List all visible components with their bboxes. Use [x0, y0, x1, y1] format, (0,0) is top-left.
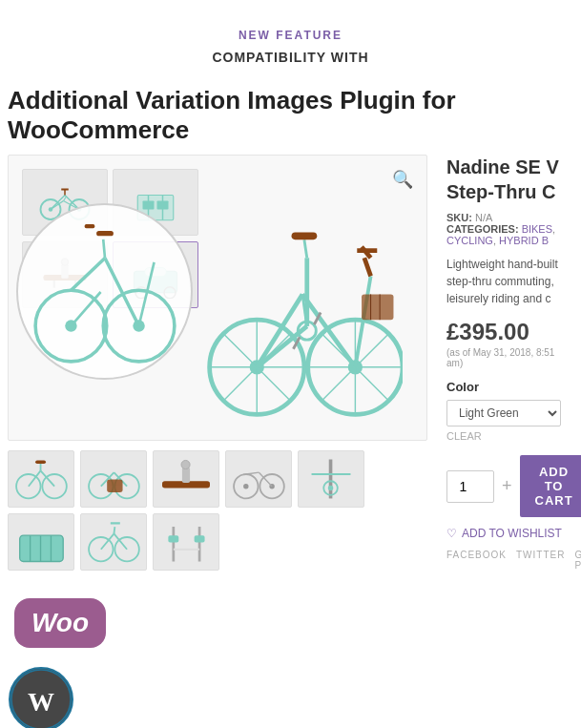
plugin-title: Additional Variation Images Plugin for W… [0, 86, 581, 145]
product-price: £395.00 [446, 319, 573, 345]
woocommerce-logo: Woo [8, 590, 113, 656]
wishlist-button[interactable]: ♡ ADD TO WISHLIST [446, 527, 573, 540]
color-select[interactable]: Light Green [446, 400, 561, 426]
svg-line-68 [71, 292, 100, 326]
svg-line-105 [114, 527, 114, 533]
svg-line-35 [223, 367, 257, 401]
product-info-panel: Nadine SE V Step-Thru C SKU: N/A CATEGOR… [443, 155, 573, 571]
add-to-cart-row: + ADD TO CART [446, 455, 573, 517]
bottom-thumbnails-row2 [8, 513, 427, 571]
logos-section: Woo W [0, 571, 581, 728]
svg-text:W: W [28, 687, 54, 717]
wordpress-logo: W [8, 666, 74, 728]
compatibility-label: COMPATIBILITY WITH [19, 50, 562, 65]
svg-line-43 [322, 367, 355, 401]
page-wrapper: NEW FEATURE COMPATIBILITY WITH Additiona… [0, 0, 581, 728]
svg-rect-97 [20, 536, 63, 562]
svg-point-96 [328, 486, 333, 490]
bottom-thumb-3[interactable] [153, 450, 219, 508]
zoom-circle-overlay [16, 203, 193, 380]
top-section: NEW FEATURE COMPATIBILITY WITH [0, 0, 581, 74]
product-title: Nadine SE V Step-Thru C [446, 155, 573, 204]
svg-point-102 [114, 537, 138, 561]
svg-rect-59 [362, 295, 393, 321]
svg-rect-83 [107, 480, 122, 493]
gallery-container: 🔍 [8, 155, 427, 441]
svg-rect-15 [157, 201, 169, 210]
svg-line-33 [223, 334, 257, 367]
woo-text: Woo [31, 608, 89, 638]
categories-label: CATEGORIES: [446, 223, 519, 235]
svg-line-54 [304, 240, 307, 259]
zoom-icon[interactable]: 🔍 [392, 169, 413, 190]
svg-rect-71 [96, 231, 114, 236]
category-cycling[interactable]: CYCLING [446, 235, 493, 246]
sku-value: N/A [475, 212, 492, 223]
google-plus-link[interactable]: GOOGLE PL [574, 550, 581, 571]
heart-icon: ♡ [446, 527, 457, 540]
svg-line-45 [257, 295, 302, 367]
main-content: 🔍 [0, 145, 581, 571]
main-product-image [197, 175, 407, 432]
product-meta: SKU: N/A CATEGORIES: BIKES, CYCLING, HYB… [446, 212, 573, 246]
woo-badge: Woo [14, 598, 106, 648]
color-label: Color [446, 380, 573, 394]
svg-line-66 [71, 258, 105, 290]
bottom-thumb-5[interactable] [298, 450, 364, 508]
bottom-thumb-1[interactable] [8, 450, 74, 508]
product-description: Lightweight hand-built step-thru commuti… [446, 256, 573, 307]
price-note: (as of May 31, 2018, 8:51 am) [446, 347, 573, 368]
svg-rect-109 [168, 536, 178, 543]
category-bikes[interactable]: BIKES [522, 223, 552, 235]
quantity-input[interactable] [446, 470, 494, 503]
social-links: FACEBOOK TWITTER GOOGLE PL [446, 550, 573, 571]
twitter-link[interactable]: TWITTER [516, 550, 565, 571]
bottom-thumbnails-row1 [8, 450, 427, 508]
category-hybrid[interactable]: HYBRID B [499, 235, 549, 246]
facebook-link[interactable]: FACEBOOK [446, 550, 507, 571]
svg-rect-110 [195, 536, 205, 543]
bottom-thumb-7[interactable] [80, 513, 147, 571]
sku-label: SKU: [446, 212, 472, 223]
svg-rect-85 [182, 468, 190, 483]
svg-rect-72 [84, 224, 94, 228]
bottom-thumb-2[interactable] [80, 450, 147, 508]
wishlist-label: ADD TO WISHLIST [462, 527, 562, 540]
svg-rect-78 [35, 461, 46, 465]
qty-plus-icon[interactable]: + [502, 476, 512, 496]
svg-line-44 [355, 367, 388, 401]
svg-line-69 [103, 239, 105, 259]
svg-line-51 [364, 259, 371, 277]
bottom-thumb-4[interactable] [225, 450, 292, 508]
bottom-thumb-8[interactable] [153, 513, 219, 571]
svg-point-101 [89, 537, 113, 561]
svg-line-10 [64, 197, 67, 201]
svg-point-86 [181, 461, 190, 469]
svg-point-89 [243, 484, 248, 489]
new-feature-label: NEW FEATURE [19, 29, 562, 42]
svg-rect-55 [292, 233, 318, 240]
svg-rect-14 [143, 201, 155, 210]
add-to-cart-button[interactable]: ADD TO CART [520, 455, 581, 517]
svg-line-36 [257, 367, 290, 401]
clear-link[interactable]: CLEAR [446, 430, 573, 442]
svg-line-91 [246, 473, 259, 475]
bottom-thumb-6[interactable] [8, 513, 74, 571]
product-gallery: 🔍 [8, 155, 427, 571]
